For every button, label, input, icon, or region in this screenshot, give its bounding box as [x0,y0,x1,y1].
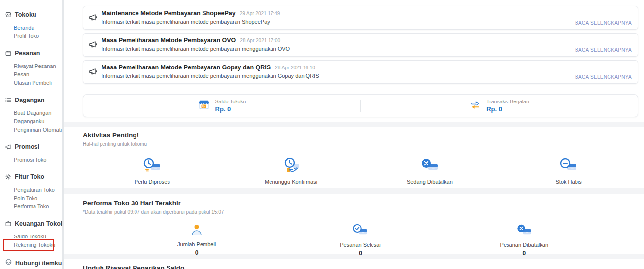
sidebar-item-beranda[interactable]: Beranda [0,24,62,32]
notification-description: Informasi terkait masa pemeliharaan meto… [102,46,638,52]
notification-title: Masa Pemeliharaan Metode Pembayaran OVO [102,37,236,44]
activity-stok-habis[interactable]: Stok Habis [499,158,638,185]
sidebar-section-tokoku: Tokoku Beranda Profil Toko [0,11,62,40]
minus-card-icon [559,158,578,176]
balance-card: Rp Saldo Tokoku Rp. 0 Transaksi Berjalan… [83,94,638,117]
sidebar-item-pengiriman-otomatis[interactable]: Pengiriman Otomatis [0,126,62,134]
performance-section: Performa Toko 30 Hari Terakhir *Data ter… [64,194,644,254]
sidebar-section-dagangan: Dagangan Buat Dagangan Daganganku Pengir… [0,96,62,134]
download-section: Unduh Riwayat Penarikan Saldo [64,259,644,269]
stat-label: Jumlah Pembeli [177,241,216,247]
activity-label: Sedang Dibatalkan [407,179,453,185]
store-balance-icon: Rp [198,99,210,113]
stat-jumlah-pembeli: Jumlah Pembeli 0 [115,224,278,257]
sidebar-section-title: Promosi [15,143,39,150]
activities-subtitle: Hal-hal penting untuk tokomu [83,141,638,147]
store-icon [5,11,12,18]
notification-card[interactable]: Masa Pemeliharaan Metode Pembayaran Gopa… [83,60,638,84]
performance-title: Performa Toko 30 Hari Terakhir [83,200,638,207]
main-content: Maintenance Metode Pembayaran ShopeePay … [64,0,644,269]
sidebar-item-daganganku[interactable]: Daganganku [0,117,62,126]
clock-card-icon [142,158,162,176]
activities-section: Aktivitas Penting! Hal-hal penting untuk… [64,127,644,188]
activity-perlu-diproses[interactable]: Perlu Diproses [83,158,222,185]
sidebar-section-keuangan: Keuangan Tokoku Saldo Tokoku Rekening To… [0,220,62,249]
sidebar-item-profil-toko[interactable]: Profil Toko [0,32,62,40]
sidebar-section-title: Tokoku [15,11,36,18]
sidebar-item-poin-toko[interactable]: Poin Toko [0,194,62,202]
read-more-link[interactable]: BACA SELENGKAPNYA [575,47,632,53]
sidebar-section-fitur-toko: Fitur Toko Pengaturan Toko Poin Toko Per… [0,173,62,211]
sidebar-section-title: Pesanan [15,50,40,57]
clock-hand-icon [281,158,301,176]
notification-date: 29 Apr 2021 17:49 [240,11,280,16]
sidebar-item-rekening-tokoku[interactable]: Rekening Tokoku [0,241,62,249]
sidebar-item-performa-toko[interactable]: Performa Toko [0,202,62,211]
transaksi-label: Transaksi Berjalan [486,99,529,104]
stat-pesanan-dibatalkan: Pesanan Dibatalkan 0 [442,224,606,257]
sidebar-section-promosi: Promosi Promosi Toko [0,143,62,164]
saldo-label: Saldo Tokoku [215,99,246,104]
sidebar-section-title: Keuangan Tokoku [15,220,68,227]
notification-card[interactable]: Masa Pemeliharaan Metode Pembayaran OVO … [83,33,638,57]
order-icon [5,50,12,57]
sidebar-section-title: Fitur Toko [15,173,44,180]
section-gap [64,188,644,194]
list-icon [5,97,12,103]
saldo-value: Rp. 0 [215,105,246,113]
activities-title: Aktivitas Penting! [83,132,638,139]
sidebar-item-buat-dagangan[interactable]: Buat Dagangan [0,109,62,117]
notification-card[interactable]: Maintenance Metode Pembayaran ShopeePay … [83,6,638,30]
support-icon [5,258,12,268]
person-icon [189,224,204,239]
stat-value: 0 [522,250,526,257]
contact-label: Hubungi itemku [15,260,62,267]
stat-pesanan-selesai: Pesanan Selesai 0 [278,224,442,257]
gear-icon [5,173,12,180]
read-more-link[interactable]: BACA SELENGKAPNYA [575,20,632,26]
activity-label: Stok Habis [556,179,582,185]
transaksi-value: Rp. 0 [486,105,529,113]
sidebar-item-pengaturan-toko[interactable]: Pengaturan Toko [0,186,62,194]
megaphone-icon [88,67,97,78]
notification-title: Masa Pemeliharaan Metode Pembayaran Gopa… [102,64,271,71]
notification-description: Informasi terkait masa pemeliharaan meto… [102,73,638,79]
section-gap [64,122,644,127]
sidebar-item-saldo-tokoku[interactable]: Saldo Tokoku [0,233,62,241]
notification-description: Informasi terkait masa pemeliharaan meto… [102,19,638,25]
activity-label: Perlu Diproses [135,179,170,185]
stat-label: Pesanan Selesai [340,242,381,248]
stat-value: 0 [359,250,362,257]
sidebar-item-hubungi-itemku[interactable]: Hubungi itemku [0,258,62,268]
sidebar-section-title: Dagangan [15,97,44,103]
sidebar-item-ulasan-pembeli[interactable]: Ulasan Pembeli [0,79,62,87]
activity-menunggu-konfirmasi[interactable]: Menunggu Konfirmasi [222,158,361,185]
saldo-tokoku-summary[interactable]: Rp Saldo Tokoku Rp. 0 [83,99,360,113]
sidebar-item-promosi-toko[interactable]: Promosi Toko [0,156,62,164]
stat-label: Pesanan Dibatalkan [500,242,548,248]
transfer-arrows-icon [469,100,481,112]
sidebar-item-pesan[interactable]: Pesan [0,70,62,79]
svg-text:Rp: Rp [202,104,205,107]
megaphone-icon [5,143,12,150]
megaphone-icon [88,13,97,24]
cancel-card-icon [516,224,533,240]
cancel-card-icon [420,158,440,176]
notification-title: Maintenance Metode Pembayaran ShopeePay [102,10,236,17]
wallet-icon [5,220,12,227]
check-card-icon [352,224,369,240]
notification-date: 28 Apr 2021 17:00 [240,38,280,43]
read-more-link[interactable]: BACA SELENGKAPNYA [575,74,632,80]
sidebar: Tokoku Beranda Profil Toko Pesanan Riway… [0,0,62,269]
activity-label: Menunggu Konfirmasi [265,179,317,185]
activity-sedang-dibatalkan[interactable]: Sedang Dibatalkan [361,158,500,185]
sidebar-section-pesanan: Pesanan Riwayat Pesanan Pesan Ulasan Pem… [0,49,62,87]
performance-subtitle: *Data terakhir pukul 09:07 dan akan dipe… [83,209,638,215]
megaphone-icon [88,40,97,51]
sidebar-item-riwayat-pesanan[interactable]: Riwayat Pesanan [0,62,62,70]
stat-value: 0 [195,249,199,256]
transaksi-berjalan-summary[interactable]: Transaksi Berjalan Rp. 0 [361,99,638,113]
notification-date: 28 Apr 2021 16:10 [275,65,315,70]
notification-list: Maintenance Metode Pembayaran ShopeePay … [64,0,644,84]
download-title: Unduh Riwayat Penarikan Saldo [83,264,638,269]
